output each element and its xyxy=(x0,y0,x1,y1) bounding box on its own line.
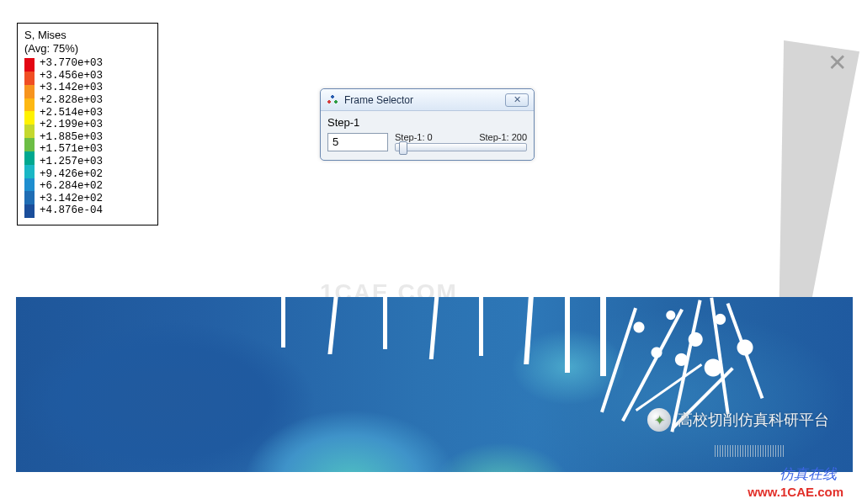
colorbar-segment xyxy=(24,138,35,151)
legend-value: +3.456e+03 xyxy=(40,71,103,83)
frame-selector-body: Step-1 Step-1: 0 Step-1: 200 xyxy=(321,111,534,160)
legend-box: S, Mises (Avg: 75%) +3.770e+03+3.456e+03… xyxy=(17,23,158,225)
frame-slider[interactable] xyxy=(395,143,527,151)
frame-selector-titlebar[interactable]: Frame Selector ✕ xyxy=(321,89,534,111)
slider-end-label: Step-1: 200 xyxy=(479,132,527,142)
legend-value: +6.284e+02 xyxy=(40,181,103,194)
crack xyxy=(565,297,570,373)
crack xyxy=(383,297,387,349)
watermark-label-text: 高校切削仿真科研平台 xyxy=(678,410,829,430)
colorbar-segment xyxy=(24,178,35,192)
colorbar-segment xyxy=(24,58,35,72)
colorbar-segment xyxy=(24,98,35,112)
stress-contour-plot[interactable]: ✦ 高校切削仿真科研平台 xyxy=(16,297,853,472)
colorbar-segment xyxy=(24,165,35,178)
cutting-tool xyxy=(737,40,859,318)
legend-value: +9.426e+02 xyxy=(40,169,103,182)
legend-value: +3.142e+02 xyxy=(40,194,103,206)
legend-value-labels: +3.770e+03+3.456e+03+3.142e+03+2.828e+03… xyxy=(40,58,103,218)
legend-value: +4.876e-04 xyxy=(40,205,103,218)
frame-number-input[interactable] xyxy=(327,133,388,151)
legend-variable-line2: (Avg: 75%) xyxy=(24,42,151,56)
tool-corner-mark: ✕ xyxy=(827,49,847,77)
frame-selector-window[interactable]: Frame Selector ✕ Step-1 Step-1: 0 Step-1… xyxy=(320,88,535,161)
legend-value: +2.828e+03 xyxy=(40,95,103,108)
crack xyxy=(327,297,338,354)
slider-thumb-icon[interactable] xyxy=(399,141,407,155)
crack xyxy=(281,297,285,347)
frame-selector-title: Frame Selector xyxy=(344,94,505,106)
legend-value: +3.142e+03 xyxy=(40,82,103,95)
legend-value: +1.571e+03 xyxy=(40,144,103,157)
watermark-brand1: 仿真在线 xyxy=(780,464,837,484)
colorbar-segment xyxy=(24,191,35,204)
step-name-label: Step-1 xyxy=(327,116,527,129)
watermark-brand2: www.1CAE.com xyxy=(748,485,843,499)
legend-value: +3.770e+03 xyxy=(40,58,103,71)
legend-value: +2.514e+03 xyxy=(40,108,103,120)
legend-value: +2.199e+03 xyxy=(40,119,103,132)
crack xyxy=(479,297,483,356)
colorbar-segment xyxy=(24,111,35,125)
crack xyxy=(429,297,439,359)
colorbar-segment xyxy=(24,204,35,218)
legend-value: +1.885e+03 xyxy=(40,132,103,145)
colorbar-segment xyxy=(24,72,35,85)
app-icon xyxy=(326,93,339,107)
colorbar-segment xyxy=(24,125,35,138)
watermark-label: ✦ 高校切削仿真科研平台 xyxy=(647,408,829,432)
colorbar-segment xyxy=(24,151,35,165)
wechat-icon: ✦ xyxy=(647,408,671,432)
legend-value: +1.257e+03 xyxy=(40,157,103,169)
frame-slider-wrap: Step-1: 0 Step-1: 200 xyxy=(395,132,527,151)
mesh-ticks xyxy=(715,445,784,457)
colorbar-segment xyxy=(24,85,35,98)
legend-colorbar xyxy=(24,58,35,218)
crack xyxy=(524,297,534,364)
legend-variable-line1: S, Mises xyxy=(24,29,151,42)
close-icon[interactable]: ✕ xyxy=(505,93,529,107)
